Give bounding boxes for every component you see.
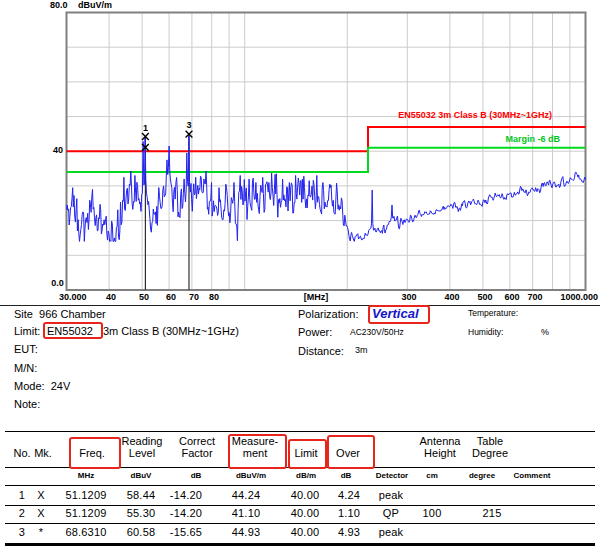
- svg-text:dBuV/m: dBuV/m: [78, 0, 112, 10]
- svg-text:Margin -6 dB: Margin -6 dB: [505, 134, 560, 144]
- svg-text:40: 40: [53, 145, 63, 155]
- svg-text:700: 700: [527, 292, 542, 302]
- svg-text:30.000: 30.000: [59, 292, 87, 302]
- svg-text:[MHz]: [MHz]: [304, 292, 329, 302]
- svg-text:80: 80: [209, 292, 219, 302]
- svg-text:60: 60: [166, 292, 176, 302]
- svg-text:1: 1: [143, 123, 148, 133]
- svg-text:400: 400: [444, 292, 459, 302]
- svg-text:40: 40: [106, 292, 116, 302]
- svg-text:EN55032 3m Class B (30MHz~1GHz: EN55032 3m Class B (30MHz~1GHz): [398, 110, 552, 120]
- svg-text:0.0: 0.0: [51, 278, 64, 288]
- svg-text:70: 70: [189, 292, 199, 302]
- svg-text:300: 300: [401, 292, 416, 302]
- svg-text:3: 3: [186, 120, 191, 130]
- svg-text:500: 500: [477, 292, 492, 302]
- svg-text:50: 50: [139, 292, 149, 302]
- svg-text:600: 600: [504, 292, 519, 302]
- svg-text:1000.000: 1000.000: [560, 292, 598, 302]
- svg-text:80.0: 80.0: [50, 0, 68, 10]
